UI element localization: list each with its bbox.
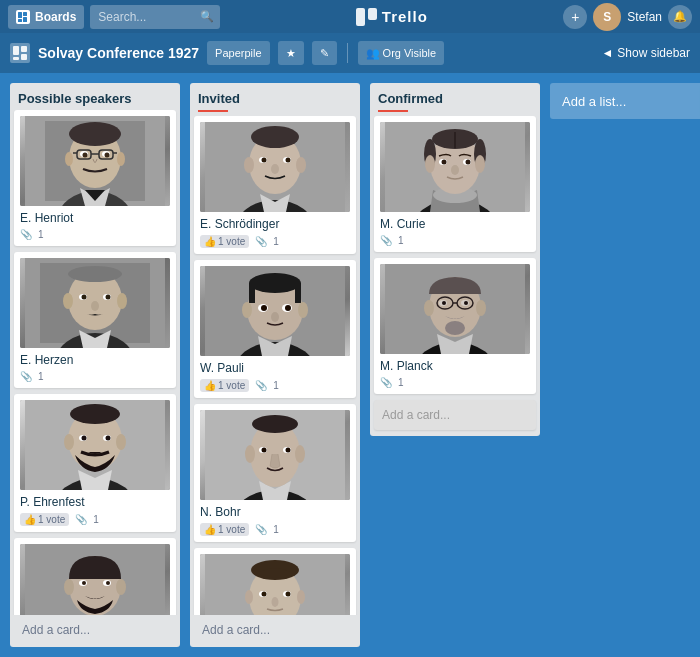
card-photo-donder <box>20 544 170 615</box>
username-label[interactable]: Stefan <box>627 10 662 24</box>
card-meta-planck: 📎 1 <box>380 377 530 388</box>
list-cards-invited: E. Schrödinger 👍 1 vote 📎 1 <box>190 116 360 615</box>
clip-count-planck: 1 <box>398 377 404 388</box>
svg-point-50 <box>64 434 74 450</box>
card-meta-curie: 📎 1 <box>380 235 530 246</box>
svg-point-125 <box>425 155 435 173</box>
svg-point-51 <box>116 434 126 450</box>
vote-icon-p: 👍 <box>204 380 216 391</box>
vote-count-b: 1 vote <box>218 524 245 535</box>
card-meta-ehrenfest: 👍 1 vote 📎 1 <box>20 513 170 526</box>
card-name-herzen: E. Herzen <box>20 353 170 367</box>
avatar[interactable]: S <box>593 3 621 31</box>
card-heisenberg[interactable]: W. Heisenberg 📎 1 <box>194 548 356 615</box>
star-button[interactable]: ★ <box>278 41 304 65</box>
svg-point-109 <box>245 590 253 604</box>
clip-icon-herzen: 📎 <box>20 371 32 382</box>
add-card-confirmed-placeholder[interactable]: Add a card... <box>374 400 536 430</box>
svg-point-83 <box>261 305 267 311</box>
svg-rect-80 <box>295 283 301 303</box>
svg-point-122 <box>442 160 447 165</box>
search-icon: 🔍 <box>200 10 214 23</box>
clip-icon-schrodinger: 📎 <box>255 236 267 247</box>
board-icon <box>10 43 30 63</box>
boards-icon <box>16 10 30 24</box>
svg-point-126 <box>475 155 485 173</box>
svg-point-95 <box>262 447 267 452</box>
svg-point-71 <box>271 164 279 174</box>
clip-count-ehrenfest: 1 <box>93 514 99 525</box>
svg-point-108 <box>272 597 279 607</box>
card-bohr[interactable]: N. Bohr 👍 1 vote 📎 1 <box>194 404 356 542</box>
list-confirmed: Confirmed <box>370 83 540 436</box>
card-curie[interactable]: M. Curie 📎 1 <box>374 116 536 252</box>
svg-rect-4 <box>356 8 365 26</box>
svg-point-85 <box>271 312 279 322</box>
svg-point-124 <box>451 165 459 175</box>
card-photo-ehrenfest <box>20 400 170 490</box>
svg-point-140 <box>476 300 486 316</box>
card-name-schrodinger: E. Schrödinger <box>200 217 350 231</box>
svg-point-98 <box>295 445 305 463</box>
list-possible-speakers: Possible speakers <box>10 83 180 647</box>
svg-point-19 <box>83 153 88 158</box>
bell-button[interactable]: 🔔 <box>668 5 692 29</box>
svg-point-16 <box>69 122 121 146</box>
card-planck[interactable]: M. Planck 📎 1 <box>374 258 536 394</box>
svg-point-37 <box>106 295 111 300</box>
svg-point-58 <box>82 581 86 585</box>
card-photo-herzen <box>20 258 170 348</box>
add-card-possible[interactable]: Add a card... <box>14 617 176 643</box>
paperfile-button[interactable]: Paperpile <box>207 41 269 65</box>
svg-point-110 <box>297 590 305 604</box>
svg-point-136 <box>442 301 446 305</box>
svg-point-107 <box>286 591 291 596</box>
card-donder[interactable]: Th. de Donder <box>14 538 176 615</box>
show-sidebar-button[interactable]: ◄ Show sidebar <box>601 46 690 60</box>
vote-badge-schrodinger: 👍 1 vote <box>200 235 249 248</box>
svg-point-106 <box>262 591 267 596</box>
card-name-curie: M. Curie <box>380 217 530 231</box>
clip-count-henriot: 1 <box>38 229 44 240</box>
nav-right: + S Stefan 🔔 <box>563 3 692 31</box>
clip-count-herzen: 1 <box>38 371 44 382</box>
org-visible-button[interactable]: 👥 Org Visible <box>358 41 445 65</box>
svg-rect-5 <box>368 8 377 20</box>
svg-point-69 <box>262 157 267 162</box>
svg-point-66 <box>251 126 299 148</box>
visibility-label: Org Visible <box>383 47 437 59</box>
edit-button[interactable]: ✎ <box>312 41 337 65</box>
card-name-henriot: E. Henriot <box>20 211 170 225</box>
card-photo-henriot <box>20 116 170 206</box>
add-card-invited[interactable]: Add a card... <box>194 617 356 643</box>
list-cards-possible: E. Henriot 📎 1 <box>10 110 180 615</box>
card-ehrenfest[interactable]: P. Ehrenfest 👍 1 vote 📎 1 <box>14 394 176 532</box>
add-button[interactable]: + <box>563 5 587 29</box>
clip-icon-planck: 📎 <box>380 377 392 388</box>
vote-count: 1 vote <box>38 514 65 525</box>
svg-point-137 <box>464 301 468 305</box>
svg-point-97 <box>245 445 255 463</box>
svg-point-123 <box>466 160 471 165</box>
svg-rect-2 <box>18 19 22 22</box>
card-photo-schrodinger <box>200 122 350 212</box>
add-list-button[interactable]: Add a list... <box>550 83 700 119</box>
vote-count-s: 1 vote <box>218 236 245 247</box>
svg-point-87 <box>298 302 308 318</box>
card-henriot[interactable]: E. Henriot 📎 1 <box>14 110 176 246</box>
card-herzen[interactable]: E. Herzen 📎 1 <box>14 252 176 388</box>
card-photo-bohr <box>200 410 350 500</box>
svg-point-84 <box>285 305 291 311</box>
svg-point-72 <box>244 157 254 173</box>
card-schrodinger[interactable]: E. Schrödinger 👍 1 vote 📎 1 <box>194 116 356 254</box>
add-card-confirmed-label: Add a card... <box>382 408 450 422</box>
svg-point-36 <box>82 295 87 300</box>
card-photo-pauli <box>200 266 350 356</box>
card-meta-schrodinger: 👍 1 vote 📎 1 <box>200 235 350 248</box>
list-header-confirmed: Confirmed <box>370 83 540 110</box>
svg-rect-0 <box>18 12 22 18</box>
boards-button[interactable]: Boards <box>8 5 84 29</box>
card-name-pauli: W. Pauli <box>200 361 350 375</box>
card-pauli[interactable]: W. Pauli 👍 1 vote 📎 1 <box>194 260 356 398</box>
card-photo-planck <box>380 264 530 354</box>
